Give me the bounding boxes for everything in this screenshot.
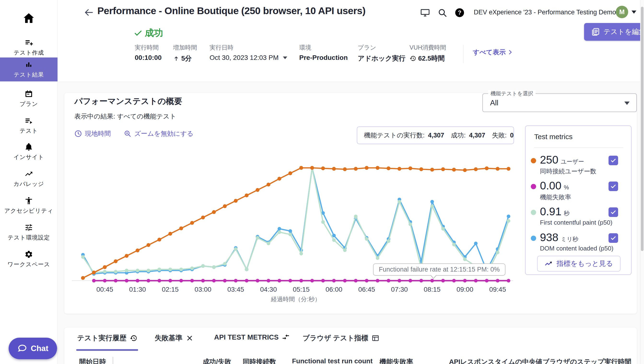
point-fcp[interactable]	[376, 256, 379, 260]
point-failure[interactable]	[441, 279, 445, 282]
point-fcp[interactable]	[463, 258, 467, 261]
point-failure[interactable]	[245, 279, 248, 282]
sidebar-item-2[interactable]: テスト結果	[0, 58, 58, 82]
point-failure[interactable]	[387, 279, 390, 282]
point-users[interactable]	[419, 168, 423, 171]
point-fcp[interactable]	[114, 270, 117, 274]
functional-test-select[interactable]: 機能テストを選択 All	[482, 94, 637, 112]
point-fcp[interactable]	[256, 236, 259, 240]
point-users[interactable]	[223, 204, 227, 208]
point-failure[interactable]	[299, 279, 303, 282]
point-dom[interactable]	[278, 227, 281, 230]
point-fcp[interactable]	[201, 264, 205, 268]
point-dom[interactable]	[474, 242, 478, 245]
point-users[interactable]	[485, 166, 489, 170]
sidebar-item-3[interactable]: プラン	[0, 87, 58, 111]
point-users[interactable]	[201, 216, 205, 219]
point-failure[interactable]	[223, 279, 227, 282]
point-users[interactable]	[430, 168, 434, 172]
table-header-3[interactable]: 同時接続数	[243, 357, 276, 364]
view-all-link[interactable]: すべて表示	[473, 48, 513, 56]
local-time-link[interactable]: 現地時間	[74, 129, 111, 138]
point-users[interactable]	[452, 168, 456, 172]
point-users[interactable]	[146, 243, 150, 247]
metric-checkbox[interactable]	[608, 156, 618, 165]
date-caret-icon[interactable]	[283, 56, 287, 59]
tab-4[interactable]: ブラウザ テスト指標	[303, 333, 379, 343]
point-fcp[interactable]	[430, 204, 434, 208]
point-users[interactable]	[212, 210, 216, 214]
point-dom[interactable]	[430, 200, 434, 204]
tab-2[interactable]: 失敗基準	[155, 333, 193, 343]
table-header-2[interactable]: 成功/失敗	[202, 357, 231, 364]
point-users[interactable]	[343, 168, 347, 171]
point-fcp[interactable]	[168, 268, 172, 271]
point-failure[interactable]	[496, 279, 499, 282]
point-dom[interactable]	[507, 214, 510, 218]
point-users[interactable]	[441, 168, 445, 171]
point-failure[interactable]	[201, 279, 205, 282]
point-users[interactable]	[386, 166, 390, 170]
point-failure[interactable]	[397, 279, 401, 282]
point-fcp[interactable]	[288, 232, 292, 236]
point-failure[interactable]	[256, 279, 259, 282]
point-users[interactable]	[125, 254, 128, 258]
point-users[interactable]	[168, 232, 172, 236]
sidebar-item-home[interactable]	[0, 8, 58, 28]
point-users[interactable]	[496, 167, 500, 171]
point-users[interactable]	[397, 167, 401, 171]
point-failure[interactable]	[332, 279, 336, 282]
point-failure[interactable]	[474, 279, 478, 282]
account-menu[interactable]: DEV eXperience '23 - Performance Testing…	[474, 8, 616, 16]
point-users[interactable]	[277, 177, 281, 180]
point-failure[interactable]	[103, 279, 107, 282]
point-failure[interactable]	[212, 279, 216, 282]
point-dom[interactable]	[288, 229, 292, 233]
point-users[interactable]	[376, 166, 379, 170]
table-header-1[interactable]: 開始日時	[79, 357, 106, 364]
point-failure[interactable]	[190, 279, 194, 282]
point-users[interactable]	[190, 221, 194, 225]
point-users[interactable]	[354, 167, 358, 171]
point-failure[interactable]	[343, 279, 347, 282]
point-failure[interactable]	[365, 279, 368, 282]
point-users[interactable]	[92, 270, 96, 274]
point-fcp[interactable]	[103, 270, 107, 274]
point-failure[interactable]	[267, 279, 270, 282]
point-users[interactable]	[310, 166, 314, 170]
point-users[interactable]	[136, 248, 140, 252]
point-users[interactable]	[365, 166, 368, 170]
point-users[interactable]	[114, 259, 118, 263]
edit-test-button[interactable]: テストを編集	[584, 23, 644, 41]
monitor-icon[interactable]	[420, 8, 430, 18]
point-users[interactable]	[267, 183, 271, 186]
point-failure[interactable]	[168, 279, 172, 282]
point-failure[interactable]	[125, 279, 128, 282]
column-resize-handle[interactable]	[113, 357, 113, 364]
point-users[interactable]	[408, 166, 412, 170]
point-users[interactable]	[81, 276, 85, 280]
point-fcp[interactable]	[299, 252, 303, 256]
point-users[interactable]	[245, 194, 249, 197]
point-users[interactable]	[474, 168, 478, 171]
point-fcp[interactable]	[278, 230, 281, 234]
point-failure[interactable]	[234, 279, 238, 282]
status-field-3[interactable]: 実行日時Oct 30, 2023 12:03 PM	[209, 44, 287, 62]
search-icon[interactable]	[437, 8, 447, 18]
point-fcp[interactable]	[125, 269, 128, 272]
point-users[interactable]	[299, 166, 303, 170]
sidebar-item-8[interactable]: テスト環境設定	[0, 220, 58, 244]
sidebar-item-5[interactable]: インサイト	[0, 140, 58, 164]
point-fcp[interactable]	[332, 238, 336, 242]
point-users[interactable]	[103, 265, 107, 269]
point-users[interactable]	[288, 172, 292, 175]
sidebar-item-1[interactable]: テスト作成	[0, 36, 58, 60]
scrollbar-thumb[interactable]	[641, 7, 643, 251]
point-fcp[interactable]	[234, 248, 238, 251]
point-fcp[interactable]	[223, 262, 227, 266]
point-fcp[interactable]	[136, 269, 139, 272]
point-fcp[interactable]	[354, 214, 357, 218]
point-failure[interactable]	[310, 279, 314, 282]
point-fcp[interactable]	[321, 220, 325, 224]
point-dom[interactable]	[332, 234, 336, 237]
